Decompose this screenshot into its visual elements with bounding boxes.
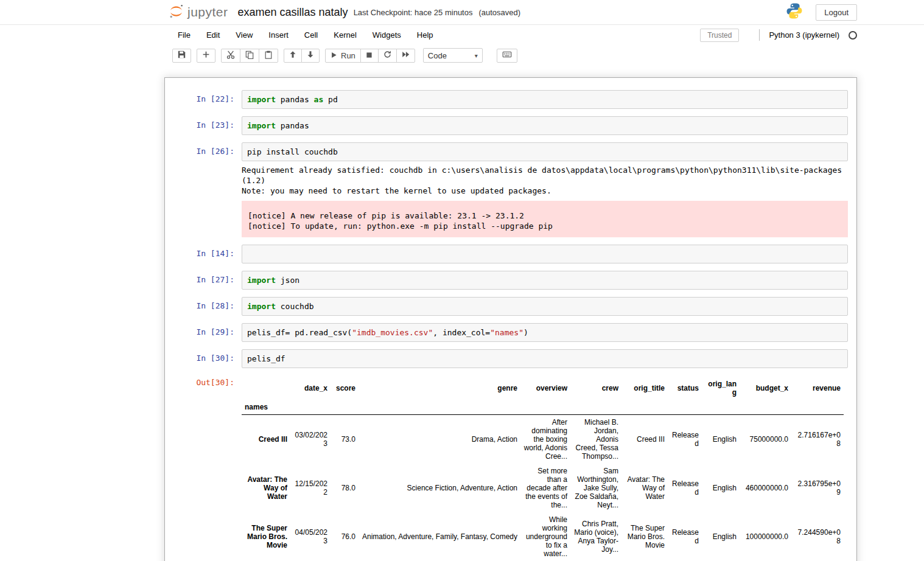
menu-cell[interactable]: Cell [296, 26, 326, 44]
output-prompt: Out[30]: [173, 375, 242, 387]
code-input[interactable]: pelis_df [242, 349, 848, 368]
jupyter-logo[interactable]: jupyter [168, 3, 228, 22]
table-cell: Released [668, 512, 702, 561]
cell-type-selected: Code [428, 51, 447, 60]
jupyter-logo-text: jupyter [187, 5, 228, 19]
column-header: score [331, 377, 359, 400]
code-text: pip install couchdb [247, 147, 338, 156]
input-prompt: In [27]: [173, 271, 242, 284]
checkpoint-status: Last Checkpoint: hace 25 minutos [354, 8, 473, 17]
kernel-name: Python 3 (ipykernel) [769, 30, 839, 40]
pip-notice-line: [notice] To update, run: python.exe -m p… [248, 221, 842, 231]
code-cell: In [26]: pip install couchdb [173, 142, 848, 161]
add-cell-button[interactable] [197, 49, 215, 63]
move-cell-up-icon [289, 51, 296, 60]
input-prompt: In [14]: [173, 245, 242, 258]
code-text: pelis_df [247, 354, 285, 363]
table-row: The Super Mario Bros. Movie04/05/202376.… [242, 512, 844, 561]
table-cell: Creed III [621, 415, 668, 464]
restart-kernel-icon [383, 51, 391, 60]
code-input[interactable] [242, 245, 848, 263]
table-cell: While working underground to fix a water… [520, 512, 570, 561]
code-input[interactable]: import json [242, 271, 848, 290]
column-header: overview [520, 377, 570, 400]
code-keyword: import [247, 95, 276, 104]
table-cell: 04/05/2023 [290, 512, 331, 561]
menu-help[interactable]: Help [409, 26, 441, 44]
table-row: Avatar: The Way of Water12/15/202278.0Sc… [242, 464, 844, 512]
table-cell: English [702, 415, 740, 464]
menu-view[interactable]: View [228, 26, 261, 44]
command-palette-button[interactable] [497, 49, 517, 63]
copy-cells-button[interactable] [240, 49, 259, 63]
menu-edit[interactable]: Edit [198, 26, 228, 44]
cut-cells-button[interactable] [221, 49, 240, 63]
notebook-header: jupyter examen casillas nataly Last Chec… [0, 0, 924, 25]
table-cell: Set more than a decade after the events … [520, 464, 570, 512]
row-index: Avatar: The Way of Water [242, 464, 290, 512]
notebook-title[interactable]: examen casillas nataly [238, 6, 348, 19]
kernel-idle-indicator-icon [849, 31, 857, 40]
code-text: ) [523, 328, 528, 337]
dataframe-table: date_xscoregenreoverviewcreworig_titlest… [242, 377, 844, 561]
input-prompt: In [28]: [173, 297, 242, 310]
table-cell: 12/15/2022 [290, 464, 331, 512]
code-text: pandas [276, 95, 314, 104]
jupyter-logo-icon [168, 3, 184, 22]
restart-kernel-button[interactable] [378, 49, 397, 63]
column-header: orig_title [621, 377, 668, 400]
pip-notice-line: [notice] A new release of pip is availab… [248, 211, 842, 221]
code-input[interactable]: pip install couchdb [242, 142, 848, 161]
column-header: genre [359, 377, 520, 400]
move-cell-up-button[interactable] [284, 49, 302, 63]
code-input[interactable]: import pandas as pd [242, 90, 848, 109]
add-cell-icon [202, 51, 210, 60]
code-input[interactable]: pelis_df= pd.read_csv("imdb_movies.csv",… [242, 323, 848, 342]
chevron-down-icon: ▾ [475, 52, 478, 59]
table-cell: 100000000.0 [740, 512, 791, 561]
menu-insert[interactable]: Insert [261, 26, 296, 44]
code-text: pandas [276, 121, 309, 130]
code-text: pelis_df= pd.read_csv( [247, 328, 352, 337]
code-keyword: import [247, 276, 276, 285]
trusted-button[interactable]: Trusted [700, 29, 739, 42]
code-string: "imdb_movies.csv" [352, 328, 433, 337]
cell-output: Out[30]: date_xscoregenreoverviewcrewori… [173, 375, 848, 561]
cut-cells-icon [226, 51, 235, 61]
menu-kernel[interactable]: Kernel [326, 26, 365, 44]
code-input[interactable]: import couchdb [242, 297, 848, 316]
code-text: , index_col= [433, 328, 490, 337]
code-cell: In [28]: import couchdb [173, 297, 848, 316]
dataframe-body: Creed III03/02/202373.0Drama, ActionAfte… [242, 415, 844, 561]
menubar: File Edit View Insert Cell Kernel Widget… [0, 25, 924, 45]
paste-cells-button[interactable] [259, 49, 278, 63]
code-cell: In [23]: import pandas [173, 116, 848, 135]
code-text: pd [323, 95, 337, 104]
restart-run-all-button[interactable] [396, 49, 415, 63]
index-header-blank [242, 377, 290, 400]
move-cell-down-icon [307, 51, 314, 60]
code-keyword: import [247, 302, 276, 311]
table-cell: 2.716167e+08 [791, 415, 844, 464]
interrupt-kernel-button[interactable] [360, 49, 379, 63]
run-button[interactable]: Run [325, 49, 361, 63]
table-cell: Avatar: The Way of Water [621, 464, 668, 512]
menu-widgets[interactable]: Widgets [365, 26, 409, 44]
menu-file[interactable]: File [170, 26, 198, 44]
code-string: "names" [490, 328, 523, 337]
cell-type-dropdown[interactable]: Code ▾ [423, 48, 483, 63]
code-input[interactable]: import pandas [242, 116, 848, 135]
move-cell-down-button[interactable] [301, 49, 320, 63]
toolbar: Run Code ▾ [0, 45, 924, 66]
table-cell: Michael B. Jordan, Adonis Creed, Tessa T… [570, 415, 621, 464]
output-text: Requirement already satisfied: couchdb i… [242, 161, 848, 197]
code-cell: In [29]: pelis_df= pd.read_csv("imdb_mov… [173, 323, 848, 342]
column-header: orig_lang [702, 377, 740, 400]
column-header: crew [570, 377, 621, 400]
save-button[interactable] [172, 49, 191, 63]
table-cell: 7.244590e+08 [791, 512, 844, 561]
table-cell: 76.0 [331, 512, 359, 561]
column-header: revenue [791, 377, 844, 400]
logout-button[interactable]: Logout [816, 4, 857, 21]
copy-cells-icon [245, 51, 254, 61]
